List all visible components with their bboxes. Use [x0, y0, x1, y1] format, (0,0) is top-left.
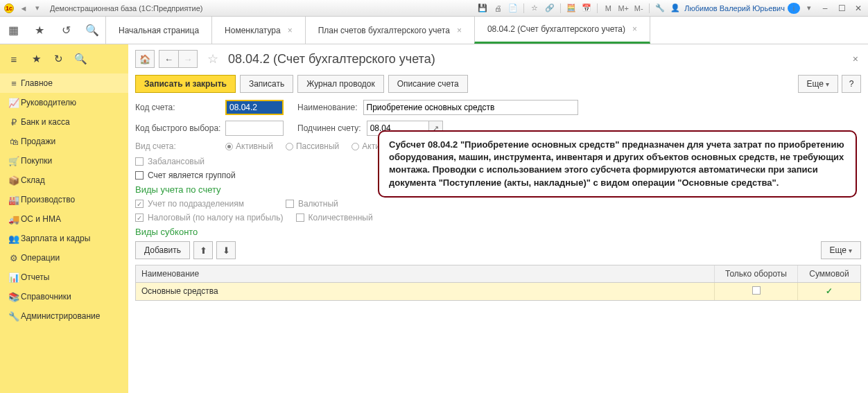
sidebar-item-bank[interactable]: ₽Банк и касса	[0, 112, 128, 132]
history-icon[interactable]: ↺	[53, 17, 79, 44]
th-name[interactable]: Наименование	[136, 265, 715, 282]
back-icon[interactable]: ◄	[18, 3, 29, 14]
quick-code-input[interactable]	[225, 121, 284, 136]
books-icon: 📚	[7, 292, 21, 302]
dropdown-icon[interactable]: ▾	[32, 3, 43, 14]
document-icon[interactable]: 📄	[507, 3, 519, 14]
save-and-close-button[interactable]: Записать и закрыть	[135, 75, 236, 93]
th-only-turnover[interactable]: Только обороты	[715, 265, 798, 282]
description-callout: Субсчет 08.04.2 "Приобретение основных с…	[378, 130, 857, 198]
close-icon[interactable]: ×	[288, 26, 293, 35]
cart-icon: 🛒	[7, 156, 21, 166]
name-input[interactable]	[363, 100, 578, 115]
star-icon[interactable]: ☆	[528, 3, 541, 14]
save-button[interactable]: Записать	[240, 75, 293, 93]
checkbox-icon	[135, 200, 144, 208]
menu-icon[interactable]: ≡	[3, 50, 25, 68]
sidebar-item-main[interactable]: ≡Главное	[0, 73, 128, 93]
sidebar-item-manager[interactable]: 📈Руководителю	[0, 93, 128, 112]
cell-name: Основные средства	[136, 283, 715, 300]
reload-icon[interactable]: ↻	[47, 50, 69, 68]
gear-icon: ⚙	[7, 253, 21, 263]
search-icon[interactable]: 🔍	[69, 50, 92, 68]
cell-sum: ✓	[798, 283, 860, 300]
box-icon: 📦	[7, 175, 21, 186]
table-row[interactable]: Основные средства ✓	[136, 283, 860, 300]
favorite-star-icon[interactable]: ☆	[207, 51, 218, 67]
maximize-button[interactable]: ☐	[835, 3, 849, 13]
sidebar-item-purchases[interactable]: 🛒Покупки	[0, 151, 128, 171]
ruble-icon: ₽	[7, 117, 21, 128]
checkbox-icon[interactable]	[135, 171, 144, 180]
info-icon[interactable]: i	[788, 3, 800, 14]
sidebar-item-salary[interactable]: 👥Зарплата и кадры	[0, 229, 128, 248]
report-icon: 📊	[7, 272, 21, 283]
radio-icon	[351, 143, 359, 150]
checkbox-icon	[286, 200, 294, 208]
sidebar-item-operations[interactable]: ⚙Операции	[0, 248, 128, 268]
people-icon: 👥	[7, 234, 21, 244]
more-button[interactable]: Еще	[798, 75, 838, 93]
sidebar-item-sales[interactable]: 🛍Продажи	[0, 132, 128, 151]
tab-account-08-04-2[interactable]: 08.04.2 (Счет бухгалтерского учета)×	[474, 17, 650, 44]
window-title: Демонстрационная база (1С:Предприятие)	[50, 4, 202, 12]
description-button[interactable]: Описание счета	[388, 75, 468, 93]
add-button[interactable]: Добавить	[135, 241, 190, 259]
m-button[interactable]: M	[602, 3, 614, 14]
checkbox-icon[interactable]	[752, 286, 761, 295]
save-icon[interactable]: 💾	[476, 3, 489, 14]
close-page-button[interactable]: ×	[850, 53, 861, 64]
content: 🏠 ← → ☆ 08.04.2 (Счет бухгалтерского уче…	[128, 44, 868, 393]
sidebar-item-assets[interactable]: 🚚ОС и НМА	[0, 209, 128, 229]
favorites-icon[interactable]: ★	[26, 17, 53, 44]
more-button-2[interactable]: Еще	[821, 241, 861, 259]
subconto-table: Наименование Только обороты Суммовой Осн…	[135, 265, 861, 301]
calc-icon[interactable]: 🧮	[565, 3, 578, 14]
code-input[interactable]	[225, 100, 284, 115]
close-icon[interactable]: ×	[632, 24, 637, 34]
move-up-button[interactable]: ⬆	[193, 241, 213, 259]
titlebar: 1c ◄ ▾ Демонстрационная база (1С:Предпри…	[0, 0, 868, 17]
main-toolbar: ▦ ★ ↺ 🔍 Начальная страница Номенклатура×…	[0, 17, 868, 44]
sidebar-item-catalogs[interactable]: 📚Справочники	[0, 287, 128, 306]
radio-passive: Пассивный	[286, 141, 339, 151]
section-subconto: Виды субконто	[135, 227, 861, 237]
sidebar-item-reports[interactable]: 📊Отчеты	[0, 268, 128, 287]
sidebar: ≡ ★ ↻ 🔍 ≡Главное 📈Руководителю ₽Банк и к…	[0, 44, 128, 393]
nav-back-button[interactable]: ←	[159, 50, 178, 68]
link-icon[interactable]: 🔗	[544, 3, 556, 14]
nav-forward-button[interactable]: →	[178, 50, 198, 68]
info-dropdown-icon[interactable]: ▾	[803, 3, 815, 14]
tab-start-page[interactable]: Начальная страница	[105, 17, 211, 44]
sidebar-item-production[interactable]: 🏭Производство	[0, 190, 128, 209]
close-window-button[interactable]: ✕	[851, 3, 865, 13]
app-logo-icon: 1c	[4, 3, 14, 13]
sidebar-item-warehouse[interactable]: 📦Склад	[0, 171, 128, 190]
apps-grid-icon[interactable]: ▦	[0, 17, 26, 44]
tab-nomenclature[interactable]: Номенклатура×	[211, 17, 305, 44]
tab-chart-of-accounts[interactable]: План счетов бухгалтерского учета×	[305, 17, 474, 44]
sidebar-item-admin[interactable]: 🔧Администрирование	[0, 306, 128, 326]
radio-active: Активный	[225, 141, 273, 151]
tax-checkbox-row: Налоговый (по налогу на прибыль) Количес…	[135, 213, 861, 222]
help-button[interactable]: ?	[842, 75, 861, 93]
close-icon[interactable]: ×	[457, 26, 462, 35]
print-icon[interactable]: 🖨	[492, 3, 504, 14]
home-button[interactable]: 🏠	[135, 50, 155, 68]
star-icon[interactable]: ★	[25, 50, 47, 68]
checkbox-icon	[135, 213, 144, 222]
minimize-button[interactable]: –	[818, 3, 832, 13]
user-icon: 👤	[669, 3, 682, 14]
label-name: Наименование:	[297, 103, 358, 112]
calendar-icon[interactable]: 📅	[580, 3, 593, 14]
move-down-button[interactable]: ⬇	[216, 241, 236, 259]
th-sum[interactable]: Суммовой	[798, 265, 860, 282]
m-plus-button[interactable]: M+	[617, 3, 630, 14]
current-user[interactable]: Любимов Валерий Юрьевич	[684, 4, 785, 12]
journal-button[interactable]: Журнал проводок	[297, 75, 384, 93]
tools-icon[interactable]: 🔧	[654, 3, 666, 14]
m-minus-button[interactable]: M-	[632, 3, 645, 14]
bag-icon: 🛍	[7, 137, 21, 147]
dept-checkbox-row: Учет по подразделениям Валютный	[135, 199, 861, 209]
search-icon[interactable]: 🔍	[79, 17, 105, 44]
